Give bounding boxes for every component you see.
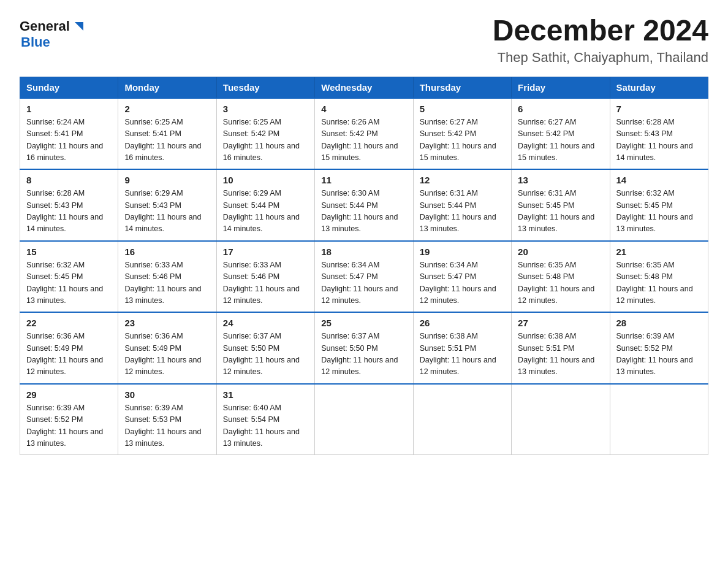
day-number: 8 <box>26 175 112 185</box>
calendar-cell: 24Sunrise: 6:37 AMSunset: 5:50 PMDayligh… <box>216 312 314 384</box>
day-number: 1 <box>26 104 112 114</box>
month-year-title: December 2024 <box>493 15 708 47</box>
logo-blue-text: Blue <box>21 34 50 50</box>
calendar-cell: 26Sunrise: 6:38 AMSunset: 5:51 PMDayligh… <box>413 312 511 384</box>
day-info: Sunrise: 6:35 AMSunset: 5:48 PMDaylight:… <box>518 259 603 307</box>
day-info: Sunrise: 6:32 AMSunset: 5:45 PMDaylight:… <box>26 259 112 307</box>
day-info: Sunrise: 6:28 AMSunset: 5:43 PMDaylight:… <box>26 188 112 236</box>
day-number: 2 <box>124 104 210 114</box>
day-info: Sunrise: 6:40 AMSunset: 5:54 PMDaylight:… <box>223 402 308 450</box>
calendar-cell: 22Sunrise: 6:36 AMSunset: 5:49 PMDayligh… <box>20 312 118 384</box>
calendar-cell: 14Sunrise: 6:32 AMSunset: 5:45 PMDayligh… <box>610 169 708 241</box>
day-number: 4 <box>321 104 406 114</box>
day-number: 7 <box>616 104 702 114</box>
day-number: 14 <box>616 175 702 185</box>
day-info: Sunrise: 6:29 AMSunset: 5:43 PMDaylight:… <box>124 188 210 236</box>
day-number: 16 <box>124 247 210 257</box>
week-row-4: 22Sunrise: 6:36 AMSunset: 5:49 PMDayligh… <box>20 312 708 384</box>
day-info: Sunrise: 6:38 AMSunset: 5:51 PMDaylight:… <box>420 331 505 378</box>
day-number: 5 <box>420 104 505 114</box>
calendar-cell <box>610 384 708 455</box>
calendar-cell: 3Sunrise: 6:25 AMSunset: 5:42 PMDaylight… <box>216 98 314 170</box>
day-number: 27 <box>518 318 603 328</box>
day-info: Sunrise: 6:39 AMSunset: 5:52 PMDaylight:… <box>26 402 112 450</box>
day-info: Sunrise: 6:31 AMSunset: 5:45 PMDaylight:… <box>518 188 603 236</box>
week-row-1: 1Sunrise: 6:24 AMSunset: 5:41 PMDaylight… <box>20 98 708 170</box>
calendar-cell: 21Sunrise: 6:35 AMSunset: 5:48 PMDayligh… <box>610 241 708 313</box>
calendar-cell: 13Sunrise: 6:31 AMSunset: 5:45 PMDayligh… <box>512 169 610 241</box>
calendar-cell: 29Sunrise: 6:39 AMSunset: 5:52 PMDayligh… <box>20 384 118 455</box>
week-row-3: 15Sunrise: 6:32 AMSunset: 5:45 PMDayligh… <box>20 241 708 313</box>
location-subtitle: Thep Sathit, Chaiyaphum, Thailand <box>493 50 708 66</box>
calendar-cell: 8Sunrise: 6:28 AMSunset: 5:43 PMDaylight… <box>20 169 118 241</box>
day-number: 13 <box>518 175 603 185</box>
weekday-header-tuesday: Tuesday <box>216 77 314 98</box>
day-number: 12 <box>420 175 505 185</box>
title-block: December 2024 Thep Sathit, Chaiyaphum, T… <box>493 15 708 66</box>
weekday-header-monday: Monday <box>118 77 216 98</box>
weekday-header-row: SundayMondayTuesdayWednesdayThursdayFrid… <box>20 77 708 98</box>
day-info: Sunrise: 6:34 AMSunset: 5:47 PMDaylight:… <box>420 259 505 307</box>
day-info: Sunrise: 6:26 AMSunset: 5:42 PMDaylight:… <box>321 117 406 164</box>
day-info: Sunrise: 6:30 AMSunset: 5:44 PMDaylight:… <box>321 188 406 236</box>
calendar-cell: 5Sunrise: 6:27 AMSunset: 5:42 PMDaylight… <box>413 98 511 170</box>
calendar-cell: 17Sunrise: 6:33 AMSunset: 5:46 PMDayligh… <box>216 241 314 313</box>
calendar-cell: 16Sunrise: 6:33 AMSunset: 5:46 PMDayligh… <box>118 241 216 313</box>
weekday-header-friday: Friday <box>512 77 610 98</box>
day-info: Sunrise: 6:37 AMSunset: 5:50 PMDaylight:… <box>321 331 406 378</box>
svg-marker-0 <box>75 22 83 31</box>
day-number: 24 <box>223 318 308 328</box>
day-info: Sunrise: 6:34 AMSunset: 5:47 PMDaylight:… <box>321 259 406 307</box>
calendar-cell: 10Sunrise: 6:29 AMSunset: 5:44 PMDayligh… <box>216 169 314 241</box>
day-number: 29 <box>26 389 112 400</box>
calendar-cell: 30Sunrise: 6:39 AMSunset: 5:53 PMDayligh… <box>118 384 216 455</box>
calendar-cell: 15Sunrise: 6:32 AMSunset: 5:45 PMDayligh… <box>20 241 118 313</box>
day-number: 10 <box>223 175 308 185</box>
calendar-cell: 4Sunrise: 6:26 AMSunset: 5:42 PMDaylight… <box>315 98 413 170</box>
day-info: Sunrise: 6:27 AMSunset: 5:42 PMDaylight:… <box>518 117 603 164</box>
day-info: Sunrise: 6:39 AMSunset: 5:52 PMDaylight:… <box>616 331 702 378</box>
day-info: Sunrise: 6:28 AMSunset: 5:43 PMDaylight:… <box>616 117 702 164</box>
logo-general-text: General <box>20 18 70 34</box>
calendar-table: SundayMondayTuesdayWednesdayThursdayFrid… <box>20 77 708 456</box>
day-info: Sunrise: 6:36 AMSunset: 5:49 PMDaylight:… <box>26 331 112 378</box>
day-number: 28 <box>616 318 702 328</box>
weekday-header-saturday: Saturday <box>610 77 708 98</box>
day-number: 17 <box>223 247 308 257</box>
day-info: Sunrise: 6:32 AMSunset: 5:45 PMDaylight:… <box>616 188 702 236</box>
day-number: 21 <box>616 247 702 257</box>
day-number: 6 <box>518 104 603 114</box>
day-info: Sunrise: 6:35 AMSunset: 5:48 PMDaylight:… <box>616 259 702 307</box>
day-info: Sunrise: 6:33 AMSunset: 5:46 PMDaylight:… <box>124 259 210 307</box>
day-number: 15 <box>26 247 112 257</box>
day-info: Sunrise: 6:24 AMSunset: 5:41 PMDaylight:… <box>26 117 112 164</box>
day-number: 26 <box>420 318 505 328</box>
day-number: 25 <box>321 318 406 328</box>
weekday-header-thursday: Thursday <box>413 77 511 98</box>
week-row-2: 8Sunrise: 6:28 AMSunset: 5:43 PMDaylight… <box>20 169 708 241</box>
day-number: 23 <box>124 318 210 328</box>
calendar-cell: 2Sunrise: 6:25 AMSunset: 5:41 PMDaylight… <box>118 98 216 170</box>
calendar-cell <box>413 384 511 455</box>
calendar-cell: 1Sunrise: 6:24 AMSunset: 5:41 PMDaylight… <box>20 98 118 170</box>
day-number: 20 <box>518 247 603 257</box>
calendar-cell <box>512 384 610 455</box>
day-number: 30 <box>124 389 210 400</box>
day-info: Sunrise: 6:33 AMSunset: 5:46 PMDaylight:… <box>223 259 308 307</box>
day-info: Sunrise: 6:25 AMSunset: 5:42 PMDaylight:… <box>223 117 308 164</box>
calendar-cell: 19Sunrise: 6:34 AMSunset: 5:47 PMDayligh… <box>413 241 511 313</box>
calendar-cell: 28Sunrise: 6:39 AMSunset: 5:52 PMDayligh… <box>610 312 708 384</box>
weekday-header-sunday: Sunday <box>20 77 118 98</box>
day-info: Sunrise: 6:38 AMSunset: 5:51 PMDaylight:… <box>518 331 603 378</box>
calendar-cell: 18Sunrise: 6:34 AMSunset: 5:47 PMDayligh… <box>315 241 413 313</box>
calendar-cell: 6Sunrise: 6:27 AMSunset: 5:42 PMDaylight… <box>512 98 610 170</box>
day-number: 11 <box>321 175 406 185</box>
calendar-cell: 20Sunrise: 6:35 AMSunset: 5:48 PMDayligh… <box>512 241 610 313</box>
day-info: Sunrise: 6:39 AMSunset: 5:53 PMDaylight:… <box>124 402 210 450</box>
week-row-5: 29Sunrise: 6:39 AMSunset: 5:52 PMDayligh… <box>20 384 708 455</box>
calendar-cell: 11Sunrise: 6:30 AMSunset: 5:44 PMDayligh… <box>315 169 413 241</box>
calendar-cell: 12Sunrise: 6:31 AMSunset: 5:44 PMDayligh… <box>413 169 511 241</box>
day-info: Sunrise: 6:37 AMSunset: 5:50 PMDaylight:… <box>223 331 308 378</box>
day-info: Sunrise: 6:31 AMSunset: 5:44 PMDaylight:… <box>420 188 505 236</box>
logo-triangle-icon <box>71 20 85 33</box>
